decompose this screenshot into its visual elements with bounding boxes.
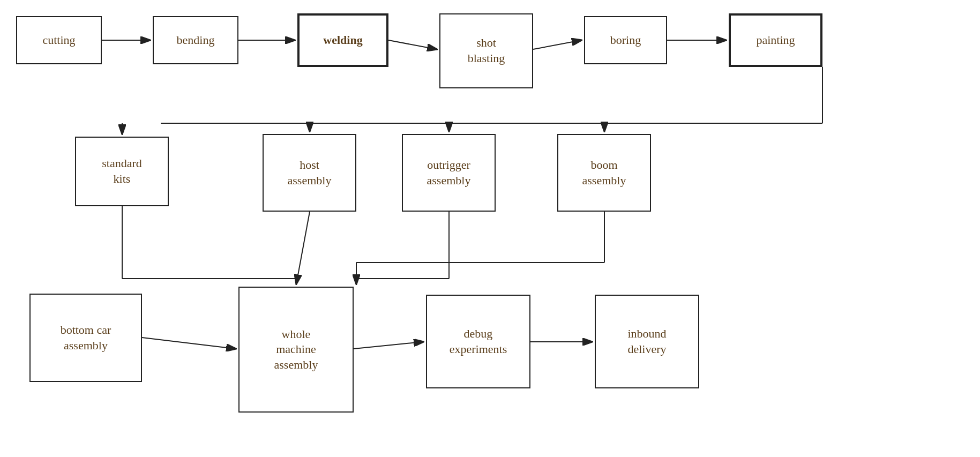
shot-blasting-node: shotblasting [439, 13, 533, 88]
boom-assembly-node: boomassembly [557, 134, 651, 212]
inbound-delivery-node: inbounddelivery [595, 295, 699, 388]
svg-line-21 [354, 342, 423, 349]
host-assembly-node: hostassembly [263, 134, 356, 212]
svg-line-4 [533, 40, 581, 49]
boring-node: boring [584, 16, 667, 64]
welding-node: welding [297, 13, 388, 67]
painting-node: painting [729, 13, 822, 67]
bending-node: bending [153, 16, 238, 64]
svg-line-14 [296, 212, 310, 284]
cutting-node: cutting [16, 16, 102, 64]
standard-kits-node: standardkits [75, 137, 169, 206]
outrigger-assembly-node: outriggerassembly [402, 134, 496, 212]
whole-machine-assembly-node: wholemachineassembly [238, 287, 354, 413]
bottom-car-assembly-node: bottom carassembly [29, 294, 142, 382]
svg-line-3 [388, 40, 437, 49]
debug-experiments-node: debugexperiments [426, 295, 530, 388]
flowchart-diagram: cutting bending welding shotblasting bor… [0, 0, 980, 457]
svg-line-20 [142, 338, 236, 349]
